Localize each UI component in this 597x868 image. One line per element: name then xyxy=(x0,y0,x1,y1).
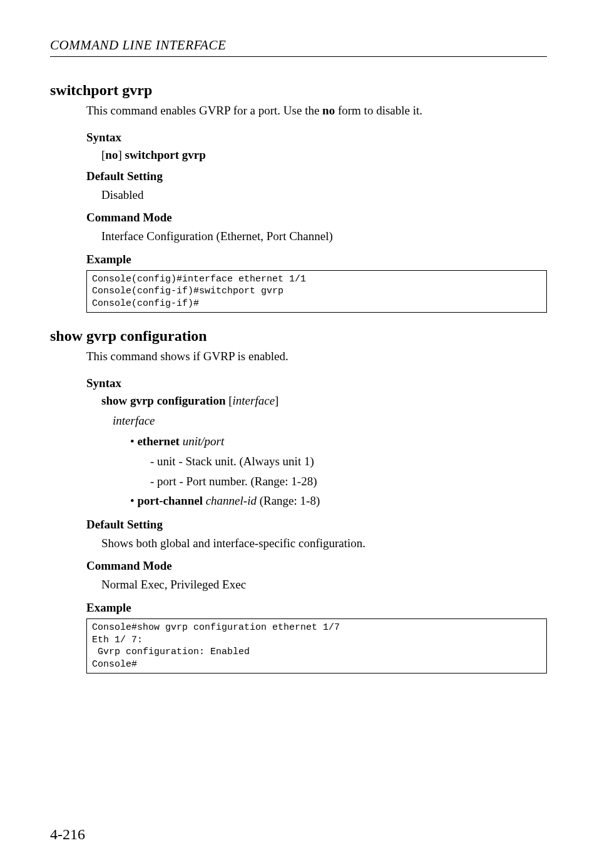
desc-prefix: This command enables GVRP for a port. Us… xyxy=(86,104,322,117)
bullet-rest: (Range: 1-8) xyxy=(257,494,320,507)
syntax-heading: Syntax xyxy=(86,376,547,390)
page-header-title: COMMAND LINE INTERFACE xyxy=(50,38,547,53)
dash-port: - port - Port number. (Range: 1-28) xyxy=(150,473,547,491)
bullet-port-channel: • port-channel channel-id (Range: 1-8) xyxy=(130,492,547,510)
syntax-line: show gvrp configuration [interface] xyxy=(101,394,547,408)
syntax-cmd: switchport gvrp xyxy=(125,148,205,161)
example-heading: Example xyxy=(86,601,547,615)
default-value: Disabled xyxy=(101,187,547,204)
mode-heading: Command Mode xyxy=(86,559,547,573)
example-heading: Example xyxy=(86,253,547,266)
mode-value: Normal Exec, Privileged Exec xyxy=(101,577,547,593)
syntax-heading: Syntax xyxy=(86,131,547,144)
syntax-no: no xyxy=(105,148,118,161)
default-heading: Default Setting xyxy=(86,169,547,183)
bullet-bold: port-channel xyxy=(137,494,203,507)
command-title-switchport-gvrp: switchport gvrp xyxy=(50,82,547,99)
page-number: 4-216 xyxy=(50,826,85,843)
syntax-param: interface xyxy=(233,394,275,407)
desc-suffix: form to disable it. xyxy=(335,104,422,117)
bracket-close: ] xyxy=(118,148,125,161)
command-title-show-gvrp: show gvrp configuration xyxy=(50,328,547,345)
mode-heading: Command Mode xyxy=(86,211,547,225)
bracket-open: [ xyxy=(225,394,232,407)
header-divider xyxy=(50,56,547,57)
bracket-close: ] xyxy=(275,394,278,407)
default-heading: Default Setting xyxy=(86,518,547,532)
code-block: Console#show gvrp configuration ethernet… xyxy=(86,618,547,674)
desc-bold: no xyxy=(322,104,335,117)
default-value: Shows both global and interface-specific… xyxy=(101,535,547,552)
bullet-italic: unit/port xyxy=(180,435,224,448)
interface-label: interface xyxy=(113,414,547,428)
mode-value: Interface Configuration (Ethernet, Port … xyxy=(101,228,547,245)
syntax-cmd: show gvrp configuration xyxy=(101,394,225,407)
syntax-line: [no] switchport gvrp xyxy=(101,148,547,162)
code-block: Console(config)#interface ethernet 1/1 C… xyxy=(86,270,547,313)
bullet-italic: channel-id xyxy=(203,494,257,507)
command-description: This command enables GVRP for a port. Us… xyxy=(86,103,547,119)
dash-unit: - unit - Stack unit. (Always unit 1) xyxy=(150,453,547,471)
command-description: This command shows if GVRP is enabled. xyxy=(86,348,547,365)
bullet-ethernet: • ethernet unit/port xyxy=(130,433,547,451)
bullet-bold: ethernet xyxy=(137,435,180,448)
